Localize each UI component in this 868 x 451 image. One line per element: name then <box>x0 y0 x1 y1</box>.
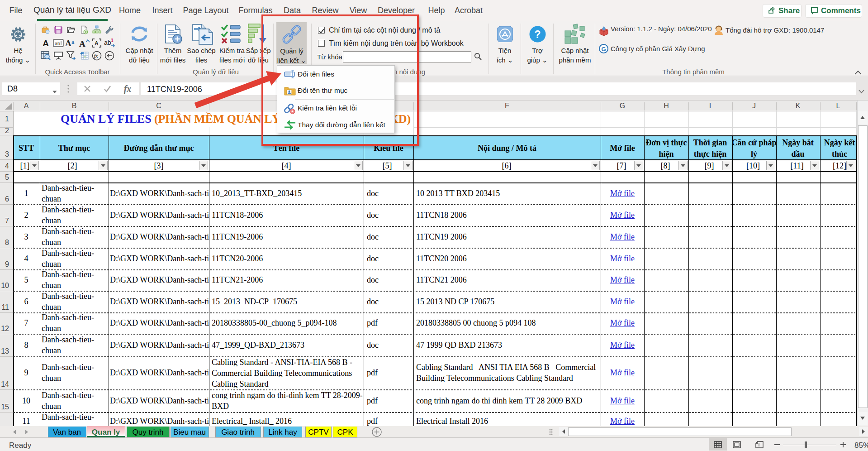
svg-text:ab: ab <box>55 41 60 46</box>
svg-text:?: ? <box>534 29 541 40</box>
svg-text:ab: ab <box>104 39 111 46</box>
svg-text:G: G <box>601 46 606 53</box>
svg-text:A: A <box>95 40 99 47</box>
svg-text:a: a <box>71 38 75 45</box>
svg-text:A: A <box>65 38 71 48</box>
svg-text:fx: fx <box>94 53 99 59</box>
svg-text:1: 1 <box>111 38 114 43</box>
svg-text:A: A <box>79 39 85 48</box>
